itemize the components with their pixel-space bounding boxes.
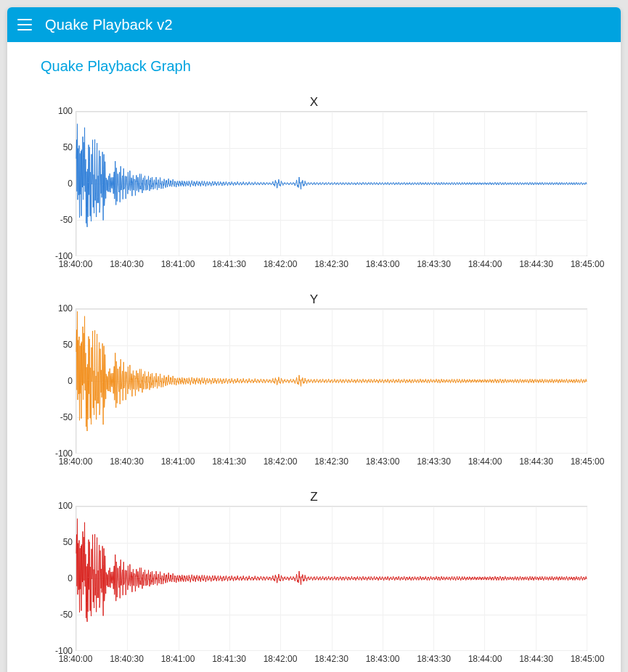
hamburger-icon[interactable]: [17, 19, 32, 30]
y-tick-label: 50: [63, 537, 73, 547]
x-tick-label: 18:42:00: [264, 654, 298, 664]
x-tick-label: 18:42:00: [264, 259, 298, 269]
x-tick-label: 18:43:00: [366, 259, 400, 269]
y-tick-label: 100: [58, 501, 73, 511]
x-tick-label: 18:43:00: [366, 654, 400, 664]
chart-z: Z-100-5005010018:40:0018:40:3018:41:0018…: [41, 490, 587, 667]
chart-y: Y-100-5005010018:40:0018:40:3018:41:0018…: [41, 292, 587, 470]
charts-container: X-100-5005010018:40:0018:40:3018:41:0018…: [41, 95, 587, 667]
x-tick-label: 18:45:00: [571, 456, 605, 467]
x-tick-label: 18:42:30: [314, 456, 348, 467]
x-tick-label: 18:44:00: [468, 654, 502, 664]
x-tick-label: 18:45:00: [571, 654, 605, 664]
waveform: [76, 309, 587, 453]
chart-title: Z: [41, 490, 587, 504]
chart-body: -100-50050100: [41, 506, 587, 651]
x-axis: 18:40:0018:40:3018:41:0018:41:3018:42:00…: [76, 654, 587, 667]
waveform: [76, 507, 587, 650]
x-tick-label: 18:44:00: [468, 259, 502, 269]
x-tick-label: 18:40:30: [110, 654, 144, 664]
x-tick-label: 18:41:00: [161, 259, 195, 269]
y-tick-label: 50: [63, 340, 73, 350]
chart-body: -100-50050100: [41, 308, 587, 454]
x-tick-label: 18:44:30: [519, 259, 553, 269]
y-tick-label: 0: [68, 376, 73, 386]
plot-area[interactable]: [76, 308, 587, 454]
y-tick-label: 50: [63, 142, 73, 152]
y-tick-label: -50: [60, 610, 73, 620]
x-tick-label: 18:45:00: [571, 259, 605, 269]
chart-x: X-100-5005010018:40:0018:40:3018:41:0018…: [41, 95, 587, 272]
x-tick-label: 18:40:30: [110, 259, 144, 269]
y-tick-label: -50: [60, 412, 73, 422]
x-tick-label: 18:40:00: [59, 654, 93, 664]
y-axis: -100-50050100: [41, 308, 76, 454]
y-tick-label: 100: [58, 106, 73, 116]
y-tick-label: 0: [68, 179, 73, 189]
x-tick-label: 18:41:30: [212, 259, 246, 269]
x-tick-label: 18:42:30: [314, 259, 348, 269]
chart-title: X: [41, 95, 587, 110]
plot-area[interactable]: [76, 506, 587, 651]
x-axis: 18:40:0018:40:3018:41:0018:41:3018:42:00…: [76, 456, 587, 470]
x-tick-label: 18:43:30: [417, 654, 451, 664]
x-tick-label: 18:41:00: [161, 654, 195, 664]
x-tick-label: 18:42:30: [314, 654, 348, 664]
y-axis: -100-50050100: [41, 506, 76, 651]
x-tick-label: 18:43:30: [417, 259, 451, 269]
x-tick-label: 18:40:00: [59, 456, 93, 467]
y-tick-label: -50: [60, 215, 73, 225]
x-tick-label: 18:40:00: [59, 259, 93, 269]
y-tick-label: 100: [58, 303, 73, 314]
y-axis: -100-50050100: [41, 111, 76, 256]
chart-title: Y: [41, 292, 587, 307]
x-tick-label: 18:43:30: [417, 456, 451, 467]
topbar: Quake Playback v2: [7, 7, 621, 42]
x-axis: 18:40:0018:40:3018:41:0018:41:3018:42:00…: [76, 259, 587, 272]
y-tick-label: 0: [68, 573, 73, 583]
app-window: Quake Playback v2 Quake Playback Graph X…: [7, 7, 621, 672]
chart-body: -100-50050100: [41, 111, 587, 256]
x-tick-label: 18:44:30: [519, 654, 553, 664]
page-title: Quake Playback Graph: [41, 58, 587, 75]
content-area: Quake Playback Graph X-100-5005010018:40…: [7, 42, 621, 672]
waveform: [76, 112, 587, 255]
x-tick-label: 18:41:30: [212, 654, 246, 664]
plot-area[interactable]: [76, 111, 587, 256]
x-tick-label: 18:41:30: [212, 456, 246, 467]
x-tick-label: 18:40:30: [110, 456, 144, 467]
x-tick-label: 18:41:00: [161, 456, 195, 467]
x-tick-label: 18:44:00: [468, 456, 502, 467]
x-tick-label: 18:43:00: [366, 456, 400, 467]
x-tick-label: 18:44:30: [519, 456, 553, 467]
x-tick-label: 18:42:00: [264, 456, 298, 467]
app-title: Quake Playback v2: [45, 17, 173, 33]
